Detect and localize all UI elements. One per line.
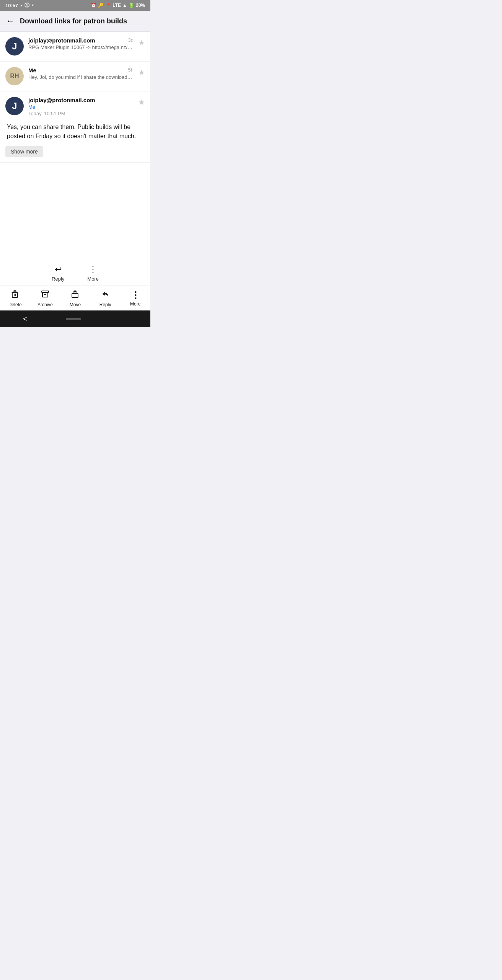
toolbar-reply-label: Reply xyxy=(99,302,111,307)
reply-icon: ↩ xyxy=(55,265,62,274)
star-icon-1[interactable]: ★ xyxy=(138,38,145,47)
svg-rect-1 xyxy=(14,294,15,296)
email-expanded: J joiplay@protonmail.com Me Today, 10:51… xyxy=(0,91,150,162)
avatar-expanded: J xyxy=(5,97,24,115)
email-preview-1: RPG Maker Plugin 10067 -> https://mega.n… xyxy=(28,44,134,50)
key-icon: 🔑 xyxy=(98,3,104,8)
alarm-icon: ⏰ xyxy=(91,3,96,8)
svg-rect-4 xyxy=(14,291,16,292)
more-dots-icon: ⋮ xyxy=(89,265,97,274)
email-preview-2: Hey, Joi, do you mind if I share the dow… xyxy=(28,74,134,80)
fab-more[interactable]: ⋮ More xyxy=(87,265,99,282)
toolbar-archive-label: Archive xyxy=(37,302,53,307)
nav-pill xyxy=(66,318,81,320)
toolbar-more-label: More xyxy=(130,301,140,307)
content-area xyxy=(0,163,150,259)
toolbar-move-label: Move xyxy=(70,302,81,307)
battery-percent: 20% xyxy=(136,3,145,8)
toolbar-reply[interactable]: Reply xyxy=(90,290,121,307)
lte-label: LTE xyxy=(112,3,121,8)
page-title: Download links for patron builds xyxy=(20,17,144,25)
email-item-1[interactable]: J joiplay@protonmail.com 3d RPG Maker Pl… xyxy=(0,32,150,61)
email-content-2: Me 5h Hey, Joi, do you mind if I share t… xyxy=(28,67,134,80)
toolbar-delete-label: Delete xyxy=(8,302,22,307)
fab-reply-label: Reply xyxy=(52,276,64,282)
svg-rect-0 xyxy=(12,292,18,297)
avatar-1: J xyxy=(5,37,24,56)
show-more-button[interactable]: Show more xyxy=(5,146,43,157)
fab-more-label: More xyxy=(87,276,99,282)
fab-reply[interactable]: ↩ Reply xyxy=(52,265,64,282)
svg-rect-2 xyxy=(15,294,16,296)
status-right: ⏰ 🔑 📍 LTE ▲ 🔋 20% xyxy=(91,3,145,8)
toolbar-move[interactable]: Move xyxy=(60,290,90,307)
email-from-2: Me xyxy=(28,67,36,74)
expanded-body: Yes, you can share them. Public builds w… xyxy=(5,122,145,141)
toolbar-archive[interactable]: Archive xyxy=(30,290,60,307)
avatar-2: RH xyxy=(5,67,24,85)
email-from-1: joiplay@protonmail.com xyxy=(28,37,95,44)
svg-rect-8 xyxy=(72,294,78,297)
toolbar-delete[interactable]: Delete xyxy=(0,290,30,307)
expanded-date: Today, 10:51 PM xyxy=(28,111,134,116)
floating-action-bar: ↩ Reply ⋮ More xyxy=(0,259,150,286)
archive-icon xyxy=(41,290,49,301)
nav-bar: < xyxy=(0,310,150,327)
back-button[interactable]: ← xyxy=(6,16,15,26)
status-icon-square: ▪ xyxy=(20,3,22,8)
nav-back-button[interactable]: < xyxy=(23,315,27,323)
status-left: 10:57 ▪ Ⓢ ᵌ xyxy=(5,2,34,9)
email-list: J joiplay@protonmail.com 3d RPG Maker Pl… xyxy=(0,32,150,162)
signal-icon: ᵌ xyxy=(32,3,34,8)
status-icon-s: Ⓢ xyxy=(24,2,29,9)
svg-rect-7 xyxy=(44,294,46,295)
expanded-from: joiplay@protonmail.com xyxy=(28,97,134,103)
top-bar: ← Download links for patron builds xyxy=(0,11,150,32)
battery-icon: 🔋 xyxy=(129,3,134,8)
toolbar-more[interactable]: ⋮ More xyxy=(120,291,150,307)
more-toolbar-icon: ⋮ xyxy=(131,291,140,300)
delete-icon xyxy=(11,290,19,301)
bottom-toolbar: Delete Archive Move Reply ⋮ Mo xyxy=(0,286,150,310)
email-time-1: 3d xyxy=(128,37,134,43)
email-header-2: Me 5h xyxy=(28,67,134,74)
move-icon xyxy=(71,290,79,301)
email-time-2: 5h xyxy=(128,67,134,73)
email-content-1: joiplay@protonmail.com 3d RPG Maker Plug… xyxy=(28,37,134,50)
signal-strength-icon: ▲ xyxy=(122,3,127,8)
email-header-1: joiplay@protonmail.com 3d xyxy=(28,37,134,44)
reply-toolbar-icon xyxy=(101,290,109,301)
expanded-meta: joiplay@protonmail.com Me Today, 10:51 P… xyxy=(28,97,134,116)
time: 10:57 xyxy=(5,3,18,8)
expanded-to: Me xyxy=(28,104,134,110)
expanded-header: J joiplay@protonmail.com Me Today, 10:51… xyxy=(5,97,145,116)
location-icon: 📍 xyxy=(105,3,111,8)
email-item-2[interactable]: RH Me 5h Hey, Joi, do you mind if I shar… xyxy=(0,62,150,91)
star-icon-expanded[interactable]: ★ xyxy=(138,98,145,107)
star-icon-2[interactable]: ★ xyxy=(138,68,145,77)
status-bar: 10:57 ▪ Ⓢ ᵌ ⏰ 🔑 📍 LTE ▲ 🔋 20% xyxy=(0,0,150,11)
